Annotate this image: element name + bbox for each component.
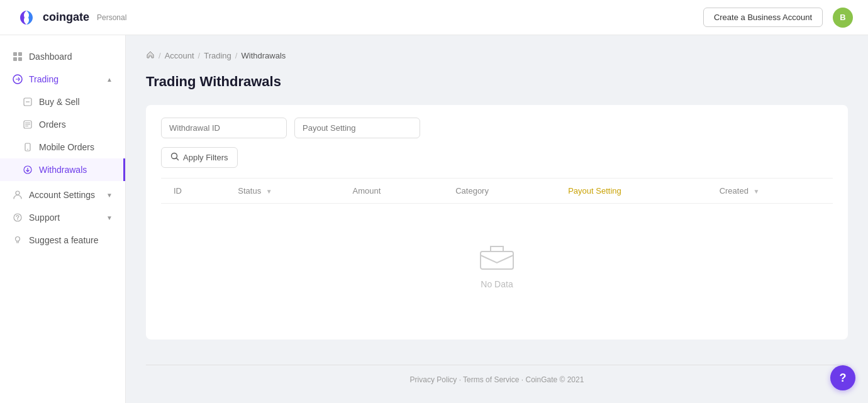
filter-table-card: Apply Filters ID Status ▼ xyxy=(146,105,848,340)
svg-rect-0 xyxy=(13,52,17,56)
sidebar-item-withdrawals[interactable]: Withdrawals xyxy=(0,158,125,181)
page-title: Trading Withdrawals xyxy=(146,74,848,90)
apply-filters-button[interactable]: Apply Filters xyxy=(161,147,238,168)
withdrawal-id-input[interactable] xyxy=(161,118,287,138)
search-icon xyxy=(170,152,179,163)
filter-row xyxy=(161,118,833,138)
support-icon xyxy=(13,213,23,223)
table-container: ID Status ▼ Amount Category xyxy=(161,178,833,327)
logo-area: coingate Personal xyxy=(15,6,126,29)
terms-of-service-link[interactable]: Terms of Service xyxy=(463,375,519,384)
svg-rect-1 xyxy=(18,52,22,56)
suggest-feature-label: Suggest a feature xyxy=(29,235,99,245)
orders-icon xyxy=(23,119,33,130)
no-data-text: No Data xyxy=(481,279,513,289)
col-status: Status ▼ xyxy=(225,179,340,204)
status-sort-icon[interactable]: ▼ xyxy=(266,188,272,195)
sidebar-item-trading[interactable]: Trading ▲ xyxy=(0,68,125,91)
svg-point-12 xyxy=(27,149,28,150)
sidebar-item-dashboard[interactable]: Dashboard xyxy=(0,45,125,68)
breadcrumb-trading[interactable]: Trading xyxy=(204,51,231,60)
col-id: ID xyxy=(161,179,225,204)
trading-chevron-icon: ▲ xyxy=(106,76,113,83)
withdrawals-table: ID Status ▼ Amount Category xyxy=(161,178,833,327)
coingate-link[interactable]: CoinGate xyxy=(525,375,557,384)
trading-icon xyxy=(13,74,23,84)
home-icon xyxy=(146,50,155,61)
no-data-icon xyxy=(478,241,516,272)
payout-setting-input[interactable] xyxy=(294,118,420,138)
sidebar-item-buy-sell[interactable]: Buy & Sell xyxy=(0,91,125,113)
sidebar-item-suggest-feature[interactable]: Suggest a feature xyxy=(0,229,125,251)
app-layout: Dashboard Trading ▲ Buy & Sell Orders xyxy=(0,35,868,403)
sidebar-item-support[interactable]: Support ▼ xyxy=(0,206,125,229)
support-chevron-icon: ▼ xyxy=(106,214,113,221)
mobile-orders-label: Mobile Orders xyxy=(39,142,94,152)
sidebar-item-mobile-orders[interactable]: Mobile Orders xyxy=(0,136,125,158)
support-label: Support xyxy=(29,213,60,223)
withdrawals-label: Withdrawals xyxy=(39,165,87,175)
help-button[interactable]: ? xyxy=(830,365,855,390)
created-sort-icon[interactable]: ▼ xyxy=(754,188,760,195)
account-settings-icon xyxy=(13,190,23,200)
create-business-button[interactable]: Create a Business Account xyxy=(703,8,823,27)
sidebar-item-orders[interactable]: Orders xyxy=(0,113,125,136)
svg-line-19 xyxy=(177,158,179,160)
svg-point-16 xyxy=(17,219,18,220)
svg-rect-2 xyxy=(13,57,17,61)
top-nav: coingate Personal Create a Business Acco… xyxy=(0,0,868,35)
footer-text: Privacy Policy · Terms of Service · Coin… xyxy=(410,375,584,384)
breadcrumb-account[interactable]: Account xyxy=(165,51,194,60)
col-amount: Amount xyxy=(340,179,443,204)
svg-rect-3 xyxy=(18,57,22,61)
svg-point-17 xyxy=(16,237,20,241)
logo-badge: Personal xyxy=(97,13,126,22)
help-icon: ? xyxy=(840,372,847,385)
top-nav-right: Create a Business Account B xyxy=(703,8,853,28)
buy-sell-label: Buy & Sell xyxy=(39,97,80,107)
account-settings-label: Account Settings xyxy=(29,190,95,200)
suggest-icon xyxy=(13,235,23,245)
breadcrumb-withdrawals: Withdrawals xyxy=(241,51,286,60)
breadcrumb: / Account / Trading / Withdrawals xyxy=(146,50,848,61)
logo-text: coingate xyxy=(43,11,89,24)
no-data-area: No Data xyxy=(161,204,833,327)
mobile-orders-icon xyxy=(23,142,33,152)
dashboard-icon xyxy=(13,52,23,62)
privacy-policy-link[interactable]: Privacy Policy xyxy=(410,375,457,384)
dashboard-label: Dashboard xyxy=(29,52,72,62)
orders-label: Orders xyxy=(39,119,66,130)
user-avatar[interactable]: B xyxy=(833,8,853,28)
sidebar: Dashboard Trading ▲ Buy & Sell Orders xyxy=(0,35,126,403)
col-payout-setting: Payout Setting xyxy=(555,179,706,204)
col-category: Category xyxy=(443,179,555,204)
trading-label: Trading xyxy=(29,74,58,84)
main-content: / Account / Trading / Withdrawals Tradin… xyxy=(126,35,868,403)
buy-sell-icon xyxy=(23,97,33,107)
account-settings-chevron-icon: ▼ xyxy=(106,192,113,199)
col-created: Created ▼ xyxy=(707,179,833,204)
withdrawals-icon xyxy=(23,165,33,175)
footer: Privacy Policy · Terms of Service · Coin… xyxy=(146,365,848,394)
svg-rect-20 xyxy=(481,251,513,269)
svg-point-14 xyxy=(16,191,19,195)
sidebar-item-account-settings[interactable]: Account Settings ▼ xyxy=(0,184,125,206)
coingate-logo-icon xyxy=(15,6,38,29)
apply-filters-label: Apply Filters xyxy=(183,153,228,162)
